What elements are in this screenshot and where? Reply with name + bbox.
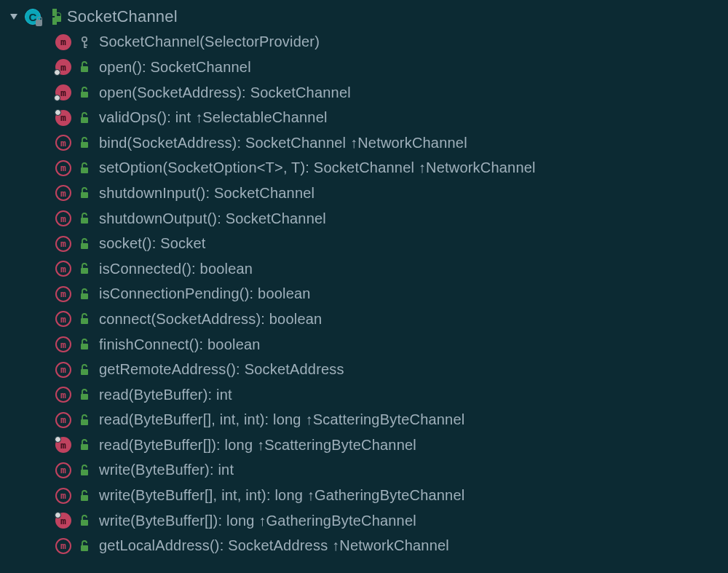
method-icon: m xyxy=(55,311,71,327)
member-row[interactable]: misConnectionPending(): boolean xyxy=(0,282,728,307)
public-lock-icon xyxy=(47,9,63,25)
svg-rect-21 xyxy=(81,470,88,475)
public-lock-icon xyxy=(77,362,92,378)
svg-rect-18 xyxy=(81,394,88,400)
member-signature: connect(SocketAddress): boolean xyxy=(99,311,322,328)
member-row[interactable]: mgetRemoteAddress(): SocketAddress xyxy=(0,357,728,382)
member-signature: shutdownOutput(): SocketChannel xyxy=(99,210,326,227)
member-signature: bind(SocketAddress): SocketChannel ↑Netw… xyxy=(99,135,467,151)
member-signature: isConnected(): boolean xyxy=(99,261,253,277)
member-signature: getLocalAddress(): SocketAddress ↑Networ… xyxy=(99,537,449,554)
member-row[interactable]: mread(ByteBuffer[]): long ↑ScatteringByt… xyxy=(0,432,728,458)
method-icon: m xyxy=(55,59,71,75)
member-row[interactable]: mshutdownOutput(): SocketChannel xyxy=(0,206,728,232)
member-row[interactable]: mfinishConnect(): boolean xyxy=(0,332,728,357)
svg-rect-9 xyxy=(81,167,88,173)
public-lock-icon xyxy=(77,336,92,352)
public-lock-icon xyxy=(77,286,92,302)
method-icon: m xyxy=(55,210,71,226)
member-row[interactable]: mwrite(ByteBuffer): int xyxy=(0,458,728,483)
method-icon: m xyxy=(55,462,71,478)
member-signature: getRemoteAddress(): SocketAddress xyxy=(99,361,344,378)
method-icon: m xyxy=(55,437,71,453)
method-icon: m xyxy=(55,336,71,352)
member-row[interactable]: mwrite(ByteBuffer[]): long ↑GatheringByt… xyxy=(0,508,728,534)
member-row[interactable]: mshutdownInput(): SocketChannel xyxy=(0,181,728,206)
svg-marker-0 xyxy=(10,14,17,20)
method-icon: m xyxy=(55,538,71,554)
member-row[interactable]: mwrite(ByteBuffer[], int, int): long ↑Ga… xyxy=(0,483,728,508)
member-signature: read(ByteBuffer[]): long ↑ScatteringByte… xyxy=(99,437,416,454)
public-lock-icon xyxy=(77,462,92,478)
public-lock-icon xyxy=(77,311,92,327)
method-icon: m xyxy=(55,84,71,100)
member-row[interactable]: mopen(SocketAddress): SocketChannel xyxy=(0,80,728,106)
svg-rect-15 xyxy=(81,318,88,324)
public-lock-icon xyxy=(77,513,92,529)
method-icon: m xyxy=(55,110,71,126)
public-lock-icon xyxy=(77,160,92,176)
method-icon: m xyxy=(55,387,71,403)
member-signature: isConnectionPending(): boolean xyxy=(99,285,311,302)
member-row[interactable]: mread(ByteBuffer[], int, int): long ↑Sca… xyxy=(0,408,728,433)
public-lock-icon xyxy=(77,185,92,201)
member-signature: write(ByteBuffer[], int, int): long ↑Gat… xyxy=(99,487,464,504)
expand-triangle-icon[interactable] xyxy=(7,10,20,23)
public-lock-icon xyxy=(77,135,92,151)
svg-rect-23 xyxy=(81,520,88,526)
member-row[interactable]: mconnect(SocketAddress): boolean xyxy=(0,307,728,332)
member-list: mSocketChannel(SelectorProvider)mopen():… xyxy=(0,30,728,558)
method-icon: m xyxy=(55,412,71,428)
member-signature: open(SocketAddress): SocketChannel xyxy=(99,84,351,101)
member-signature: open(): SocketChannel xyxy=(99,59,251,76)
svg-rect-6 xyxy=(81,92,88,98)
public-lock-icon xyxy=(77,538,92,554)
method-icon: m xyxy=(55,286,71,302)
member-signature: write(ByteBuffer[]): long ↑GatheringByte… xyxy=(99,513,416,529)
member-signature: SocketChannel(SelectorProvider) xyxy=(99,33,320,50)
member-signature: setOption(SocketOption<T>, T): SocketCha… xyxy=(99,159,536,176)
member-row[interactable]: mread(ByteBuffer): int xyxy=(0,382,728,408)
member-row[interactable]: msocket(): Socket xyxy=(0,231,728,256)
method-icon: m xyxy=(55,236,71,252)
public-lock-icon xyxy=(77,488,92,504)
public-lock-icon xyxy=(77,412,92,428)
member-row[interactable]: mbind(SocketAddress): SocketChannel ↑Net… xyxy=(0,130,728,156)
svg-rect-5 xyxy=(81,66,88,72)
member-signature: finishConnect(): boolean xyxy=(99,336,261,353)
svg-rect-24 xyxy=(81,545,88,551)
method-icon: m xyxy=(55,135,71,151)
public-lock-icon xyxy=(77,84,92,100)
method-icon: m xyxy=(55,513,71,529)
member-signature: validOps(): int ↑SelectableChannel xyxy=(99,109,328,126)
member-signature: socket(): Socket xyxy=(99,235,206,252)
method-icon: m xyxy=(55,34,71,50)
structure-tree: C SocketChannel mSocketChannel(SelectorP… xyxy=(0,0,728,558)
member-row[interactable]: msetOption(SocketOption<T>, T): SocketCh… xyxy=(0,156,728,181)
public-lock-icon xyxy=(77,210,92,226)
svg-rect-22 xyxy=(81,495,88,501)
member-signature: read(ByteBuffer): int xyxy=(99,387,232,403)
member-row[interactable]: mgetLocalAddress(): SocketAddress ↑Netwo… xyxy=(0,533,728,558)
public-lock-icon xyxy=(77,59,92,75)
member-row[interactable]: misConnected(): boolean xyxy=(0,256,728,282)
method-icon: m xyxy=(55,160,71,176)
class-icon: C xyxy=(25,9,41,25)
svg-rect-12 xyxy=(81,243,88,249)
svg-rect-13 xyxy=(81,268,88,274)
member-row[interactable]: mvalidOps(): int ↑SelectableChannel xyxy=(0,105,728,130)
svg-rect-7 xyxy=(81,117,88,123)
svg-point-1 xyxy=(82,37,87,42)
member-signature: shutdownInput(): SocketChannel xyxy=(99,185,314,202)
svg-rect-20 xyxy=(81,444,88,450)
svg-rect-14 xyxy=(81,293,88,299)
class-row[interactable]: C SocketChannel xyxy=(0,4,728,30)
method-icon: m xyxy=(55,488,71,504)
method-icon: m xyxy=(55,362,71,378)
public-lock-icon xyxy=(77,110,92,126)
public-lock-icon xyxy=(77,437,92,453)
public-lock-icon xyxy=(77,261,92,277)
member-row[interactable]: mopen(): SocketChannel xyxy=(0,55,728,80)
public-lock-icon xyxy=(77,387,92,403)
member-row[interactable]: mSocketChannel(SelectorProvider) xyxy=(0,30,728,55)
